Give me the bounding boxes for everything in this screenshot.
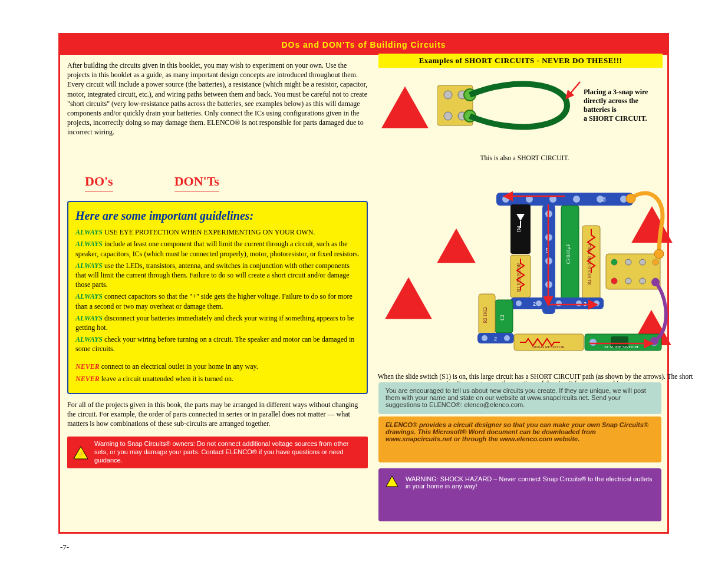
- svg-text:C3 0.01μF: C3 0.01μF: [566, 243, 571, 264]
- short-circuit-graphic: [437, 80, 591, 133]
- guideline-text: check your wiring before turning on a ci…: [75, 335, 354, 353]
- large-circuit-graphic: 3 5 D4 R1 RESISTOR C3 0.01μF R4 RE: [473, 188, 672, 362]
- heading-donts: DON'Ts: [174, 173, 219, 192]
- svg-point-76: [654, 249, 664, 259]
- always-label: ALWAYS: [75, 314, 103, 322]
- svg-text:2: 2: [533, 301, 536, 307]
- triangle-icon: [435, 227, 477, 265]
- always-label: ALWAYS: [75, 262, 103, 270]
- columns: After building the circuits given in thi…: [60, 55, 667, 474]
- svg-point-77: [651, 278, 660, 286]
- guideline-text: leave a circuit unattended when it is tu…: [101, 375, 233, 383]
- svg-point-46: [640, 278, 645, 284]
- never-label: NEVER: [75, 362, 100, 371]
- svg-point-42: [640, 259, 645, 265]
- orange-info-box: ELENCO® provides a circuit designer so t…: [378, 416, 661, 462]
- design-paragraph: For all of the projects given in this bo…: [67, 400, 368, 429]
- svg-rect-14: [496, 193, 633, 206]
- svg-point-53: [516, 300, 522, 306]
- svg-marker-2: [381, 86, 429, 128]
- never-label: NEVER: [75, 375, 100, 383]
- always-label: ALWAYS: [75, 292, 103, 300]
- svg-text:C2: C2: [500, 315, 505, 320]
- svg-point-50: [611, 278, 617, 284]
- svg-text:100KΩ  RESISTOR: 100KΩ RESISTOR: [532, 345, 565, 349]
- svg-text:R2 1KΩ: R2 1KΩ: [483, 307, 488, 323]
- purple-warning-text: WARNING: SHOCK HAZARD – Never connect Sn…: [406, 475, 654, 490]
- svg-point-75: [626, 194, 635, 203]
- svg-text:3: 3: [602, 196, 606, 203]
- page: DOs and DON'Ts of Building Circuits Afte…: [58, 33, 669, 534]
- heading-dos: DO's: [85, 173, 113, 192]
- svg-point-18: [573, 196, 580, 203]
- always-label: ALWAYS: [75, 240, 103, 248]
- shock-icon: ⚡: [73, 446, 88, 459]
- svg-marker-12: [385, 277, 432, 319]
- page-title: DOs and DON'Ts of Building Circuits: [281, 40, 446, 49]
- intro-paragraph: After building the circuits given in thi…: [67, 61, 368, 137]
- svg-point-65: [482, 335, 487, 341]
- guidelines-title: Here are some important guidelines:: [75, 208, 360, 224]
- purple-warning-box: WARNING: SHOCK HAZARD – Never connect Sn…: [378, 468, 661, 521]
- svg-text:S1  SLIDE  SWITCH: S1 SLIDE SWITCH: [604, 345, 638, 349]
- teal-info-box: You are encouraged to tell us about new …: [378, 382, 661, 414]
- guideline-text: connect capacitors so that the "+" side …: [75, 292, 353, 310]
- warning-bar: ⚡ Warning to Snap Circuits® owners: Do n…: [67, 437, 368, 468]
- left-column: After building the circuits given in thi…: [60, 55, 378, 474]
- svg-point-54: [536, 300, 542, 306]
- always-label: ALWAYS: [75, 228, 103, 236]
- svg-point-48: [611, 259, 617, 265]
- svg-text:⚡: ⚡: [76, 449, 86, 459]
- guideline-text: include at least one component that will…: [75, 240, 360, 257]
- guideline-text: USE EYE PROTECTION WHEN EXPERIMENTING ON…: [104, 228, 315, 236]
- svg-point-66: [504, 335, 510, 341]
- svg-text:2: 2: [494, 336, 497, 342]
- right-column: Examples of SHORT CIRCUITS - NEVER DO TH…: [378, 55, 667, 474]
- title-bar: DOs and DON'Ts of Building Circuits: [60, 35, 667, 55]
- triangle-icon: [386, 475, 398, 487]
- svg-point-55: [556, 300, 562, 306]
- triangle-icon: [378, 84, 431, 130]
- svg-point-49: [653, 259, 658, 265]
- svg-point-56: [576, 300, 582, 306]
- guideline-text: connect to an electrical outlet in your …: [101, 362, 258, 371]
- svg-marker-79: [386, 476, 398, 487]
- short-also-label: This is also a SHORT CIRCUIT.: [407, 154, 643, 163]
- svg-marker-11: [437, 229, 475, 263]
- svg-point-78: [650, 337, 658, 345]
- short-circuit-banner: Examples of SHORT CIRCUITS - NEVER DO TH…: [378, 54, 663, 68]
- svg-point-45: [625, 278, 631, 284]
- triangle-icon: [382, 275, 435, 321]
- guidelines-box: Here are some important guidelines: ALWA…: [67, 201, 368, 394]
- short-caption: Placing a 3-snap wire directly across th…: [584, 88, 660, 123]
- svg-point-57: [594, 300, 599, 306]
- warning-bar-text: Warning to Snap Circuits® owners: Do not…: [94, 440, 362, 464]
- svg-point-4: [444, 91, 452, 99]
- guideline-text: use the LEDs, transistors, antenna, and …: [75, 262, 350, 289]
- guideline-text: disconnect your batteries immediately an…: [75, 314, 354, 332]
- always-label: ALWAYS: [75, 335, 103, 343]
- svg-point-6: [444, 112, 452, 120]
- svg-point-41: [625, 259, 631, 265]
- page-number: -7-: [60, 543, 69, 552]
- svg-point-73: [589, 339, 597, 346]
